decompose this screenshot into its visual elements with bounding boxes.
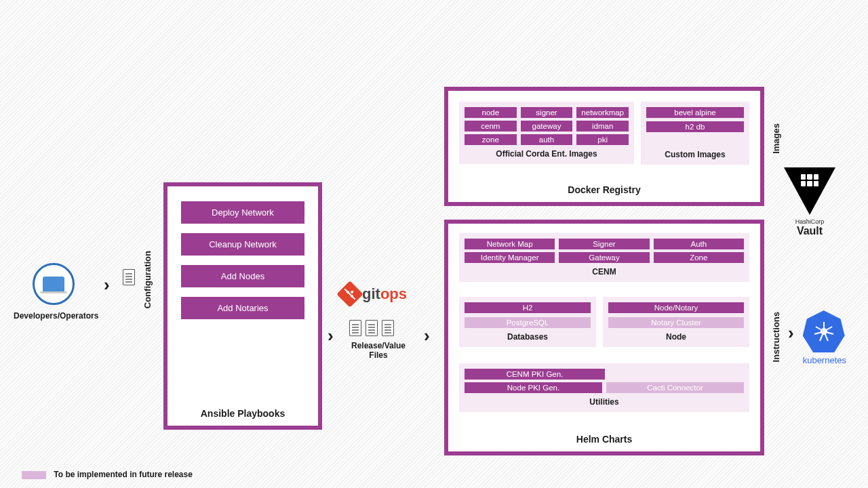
pill: Network Map xyxy=(465,239,555,249)
pill: Node/Notary xyxy=(608,302,744,313)
pill: Gateway xyxy=(559,252,649,263)
gitops-git: git xyxy=(362,285,380,302)
pill: zone xyxy=(465,134,517,145)
release-files-label: Release/Value Files xyxy=(348,341,409,360)
ansible-item: Add Nodes xyxy=(181,265,304,287)
official-images-title: Official Corda Ent. Images xyxy=(465,149,629,159)
ansible-item: Deploy Network xyxy=(181,201,304,224)
pill: Signer xyxy=(559,239,649,249)
file-icon xyxy=(121,269,137,287)
instructions-label: Instructions xyxy=(771,312,781,362)
docker-title: Docker Registry xyxy=(448,184,760,195)
pill: Identity Manager xyxy=(465,252,555,263)
developers-label: Developers/Operators xyxy=(14,311,98,321)
pill: CENM PKI Gen. xyxy=(465,369,605,380)
files-icon-group xyxy=(347,320,396,338)
configuration-label: Configuration xyxy=(142,251,153,308)
ansible-title: Ansible Playbooks xyxy=(167,408,318,419)
arrow-icon: › xyxy=(424,325,430,346)
images-label: Images xyxy=(771,123,781,154)
pill: node xyxy=(465,107,517,118)
legend-text: To be implemented in future release xyxy=(54,470,193,479)
pill: signer xyxy=(521,107,573,118)
pill-future: PostgreSQL xyxy=(465,317,591,328)
pill: Auth xyxy=(654,239,744,249)
k8s-group: kubernetes xyxy=(803,310,846,365)
pill-future: Notary Cluster xyxy=(608,317,744,328)
gitops-logo: gitops xyxy=(340,285,407,304)
vault-label: Vault xyxy=(784,225,835,237)
arrow-icon: › xyxy=(104,274,110,296)
ansible-item: Add Notaries xyxy=(181,297,304,319)
vault-group: HashiCorp Vault xyxy=(784,167,835,237)
pill: pki xyxy=(576,134,629,145)
databases-title: Databases xyxy=(465,332,591,342)
developers-group xyxy=(33,263,75,305)
git-icon xyxy=(336,281,363,308)
utilities-title: Utilities xyxy=(465,397,744,407)
pill: idman xyxy=(576,121,629,131)
pill: auth xyxy=(521,134,573,145)
vault-top-label: HashiCorp xyxy=(784,218,835,225)
custom-images-title: Custom Images xyxy=(646,150,744,159)
cenm-title: CENM xyxy=(465,267,744,277)
pill-future: Cacti Connector xyxy=(606,382,744,393)
legend-swatch xyxy=(22,471,46,479)
pill: gateway xyxy=(521,121,573,131)
ansible-panel: Deploy Network Cleanup Network Add Nodes… xyxy=(163,182,322,430)
arrow-icon: › xyxy=(328,325,334,346)
kubernetes-icon xyxy=(803,310,845,352)
legend: To be implemented in future release xyxy=(22,470,193,479)
pill: cenm xyxy=(465,121,517,131)
pill: Node PKI Gen. xyxy=(465,382,602,393)
arrow-icon: › xyxy=(788,323,794,344)
pill: Zone xyxy=(654,252,744,263)
avatar-icon xyxy=(33,263,75,305)
node-title: Node xyxy=(608,332,744,342)
helm-title: Helm Charts xyxy=(448,434,760,445)
ansible-item: Cleanup Network xyxy=(181,233,304,256)
k8s-label: kubernetes xyxy=(803,355,846,365)
gitops-ops: ops xyxy=(380,285,407,302)
pill: networkmap xyxy=(576,107,629,118)
pill: bevel alpine xyxy=(646,107,744,118)
pill: H2 xyxy=(465,302,591,313)
docker-panel: nodesignernetworkmap cenmgatewayidman zo… xyxy=(444,87,764,206)
pill: h2 db xyxy=(646,121,744,132)
helm-panel: Network MapSignerAuth Identity ManagerGa… xyxy=(444,220,764,455)
